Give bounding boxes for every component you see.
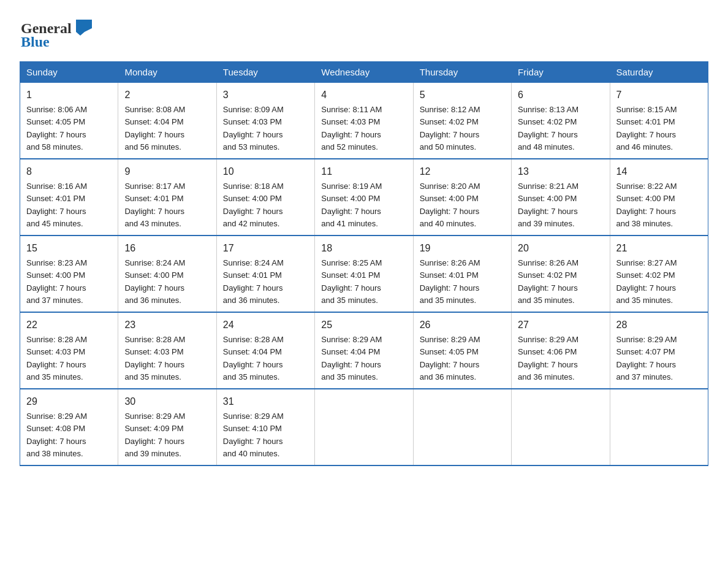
calendar-cell: 17Sunrise: 8:24 AMSunset: 4:01 PMDayligh…	[216, 236, 314, 312]
calendar-cell: 25Sunrise: 8:29 AMSunset: 4:04 PMDayligh…	[315, 312, 413, 389]
day-number: 28	[616, 318, 702, 332]
day-info: Sunrise: 8:25 AMSunset: 4:01 PMDaylight:…	[321, 258, 382, 305]
svg-text:Blue: Blue	[21, 34, 50, 50]
day-info: Sunrise: 8:29 AMSunset: 4:09 PMDaylight:…	[124, 412, 185, 458]
day-number: 5	[420, 88, 505, 102]
day-number: 6	[518, 88, 603, 102]
day-info: Sunrise: 8:09 AMSunset: 4:03 PMDaylight:…	[223, 105, 284, 151]
day-info: Sunrise: 8:06 AMSunset: 4:05 PMDaylight:…	[26, 105, 87, 151]
calendar-cell: 9Sunrise: 8:17 AMSunset: 4:01 PMDaylight…	[118, 159, 216, 236]
header-thursday: Thursday	[413, 62, 511, 83]
day-info: Sunrise: 8:28 AMSunset: 4:04 PMDaylight:…	[223, 335, 284, 381]
day-info: Sunrise: 8:29 AMSunset: 4:06 PMDaylight:…	[518, 335, 578, 381]
day-number: 24	[223, 318, 308, 332]
day-number: 8	[26, 164, 112, 179]
header-wednesday: Wednesday	[315, 62, 413, 83]
calendar-cell: 27Sunrise: 8:29 AMSunset: 4:06 PMDayligh…	[512, 312, 610, 389]
day-info: Sunrise: 8:16 AMSunset: 4:01 PMDaylight:…	[26, 182, 87, 228]
day-info: Sunrise: 8:29 AMSunset: 4:07 PMDaylight:…	[616, 335, 677, 381]
day-number: 30	[124, 394, 210, 409]
calendar-cell: 4Sunrise: 8:11 AMSunset: 4:03 PMDaylight…	[315, 83, 413, 159]
day-info: Sunrise: 8:13 AMSunset: 4:02 PMDaylight:…	[518, 105, 578, 151]
calendar-cell: 24Sunrise: 8:28 AMSunset: 4:04 PMDayligh…	[216, 312, 314, 389]
calendar-cell: 18Sunrise: 8:25 AMSunset: 4:01 PMDayligh…	[315, 236, 413, 312]
calendar-week-row: 29Sunrise: 8:29 AMSunset: 4:08 PMDayligh…	[20, 389, 708, 465]
calendar-table: SundayMondayTuesdayWednesdayThursdayFrid…	[20, 61, 708, 466]
svg-marker-1	[76, 20, 85, 36]
calendar-cell: 26Sunrise: 8:29 AMSunset: 4:05 PMDayligh…	[413, 312, 511, 389]
day-number: 10	[223, 164, 308, 179]
day-info: Sunrise: 8:19 AMSunset: 4:00 PMDaylight:…	[321, 182, 382, 228]
calendar-cell: 21Sunrise: 8:27 AMSunset: 4:02 PMDayligh…	[610, 236, 708, 312]
day-info: Sunrise: 8:26 AMSunset: 4:01 PMDaylight:…	[420, 258, 480, 305]
calendar-cell: 28Sunrise: 8:29 AMSunset: 4:07 PMDayligh…	[610, 312, 708, 389]
day-number: 27	[518, 318, 603, 332]
calendar-cell: 31Sunrise: 8:29 AMSunset: 4:10 PMDayligh…	[216, 389, 314, 465]
day-number: 12	[420, 164, 505, 179]
calendar-cell: 1Sunrise: 8:06 AMSunset: 4:05 PMDaylight…	[20, 83, 118, 159]
day-info: Sunrise: 8:29 AMSunset: 4:08 PMDaylight:…	[26, 412, 87, 458]
day-info: Sunrise: 8:27 AMSunset: 4:02 PMDaylight:…	[616, 258, 677, 305]
logo-image: General Blue	[20, 15, 93, 52]
logo: General Blue	[20, 15, 93, 52]
day-number: 18	[321, 241, 406, 256]
day-info: Sunrise: 8:22 AMSunset: 4:00 PMDaylight:…	[616, 182, 677, 228]
day-info: Sunrise: 8:08 AMSunset: 4:04 PMDaylight:…	[124, 105, 185, 151]
day-number: 29	[26, 394, 112, 409]
day-info: Sunrise: 8:24 AMSunset: 4:00 PMDaylight:…	[124, 258, 185, 305]
day-number: 17	[223, 241, 308, 256]
calendar-cell: 30Sunrise: 8:29 AMSunset: 4:09 PMDayligh…	[118, 389, 216, 465]
calendar-cell: 10Sunrise: 8:18 AMSunset: 4:00 PMDayligh…	[216, 159, 314, 236]
day-number: 13	[518, 164, 603, 179]
header-tuesday: Tuesday	[216, 62, 314, 83]
day-number: 26	[420, 318, 505, 332]
day-info: Sunrise: 8:29 AMSunset: 4:10 PMDaylight:…	[223, 412, 284, 458]
day-number: 31	[223, 394, 308, 409]
calendar-cell: 8Sunrise: 8:16 AMSunset: 4:01 PMDaylight…	[20, 159, 118, 236]
day-info: Sunrise: 8:17 AMSunset: 4:01 PMDaylight:…	[124, 182, 185, 228]
day-number: 11	[321, 164, 406, 179]
day-number: 20	[518, 241, 603, 256]
calendar-cell: 12Sunrise: 8:20 AMSunset: 4:00 PMDayligh…	[413, 159, 511, 236]
day-number: 16	[124, 241, 210, 256]
calendar-cell	[315, 389, 413, 465]
calendar-cell	[610, 389, 708, 465]
header-friday: Friday	[512, 62, 610, 83]
day-info: Sunrise: 8:26 AMSunset: 4:02 PMDaylight:…	[518, 258, 578, 305]
calendar-week-row: 15Sunrise: 8:23 AMSunset: 4:00 PMDayligh…	[20, 236, 708, 312]
calendar-cell: 15Sunrise: 8:23 AMSunset: 4:00 PMDayligh…	[20, 236, 118, 312]
calendar-cell: 6Sunrise: 8:13 AMSunset: 4:02 PMDaylight…	[512, 83, 610, 159]
day-number: 3	[223, 88, 308, 102]
day-number: 2	[124, 88, 210, 102]
day-number: 4	[321, 88, 406, 102]
day-info: Sunrise: 8:11 AMSunset: 4:03 PMDaylight:…	[321, 105, 382, 151]
calendar-header-row: SundayMondayTuesdayWednesdayThursdayFrid…	[20, 62, 708, 83]
day-info: Sunrise: 8:12 AMSunset: 4:02 PMDaylight:…	[420, 105, 480, 151]
calendar-cell: 14Sunrise: 8:22 AMSunset: 4:00 PMDayligh…	[610, 159, 708, 236]
day-info: Sunrise: 8:15 AMSunset: 4:01 PMDaylight:…	[616, 105, 677, 151]
day-info: Sunrise: 8:21 AMSunset: 4:00 PMDaylight:…	[518, 182, 578, 228]
day-number: 25	[321, 318, 406, 332]
calendar-cell: 13Sunrise: 8:21 AMSunset: 4:00 PMDayligh…	[512, 159, 610, 236]
header-sunday: Sunday	[20, 62, 118, 83]
calendar-cell: 20Sunrise: 8:26 AMSunset: 4:02 PMDayligh…	[512, 236, 610, 312]
calendar-week-row: 22Sunrise: 8:28 AMSunset: 4:03 PMDayligh…	[20, 312, 708, 389]
calendar-cell: 19Sunrise: 8:26 AMSunset: 4:01 PMDayligh…	[413, 236, 511, 312]
day-info: Sunrise: 8:28 AMSunset: 4:03 PMDaylight:…	[124, 335, 185, 381]
day-number: 1	[26, 88, 112, 102]
day-number: 7	[616, 88, 702, 102]
day-number: 21	[616, 241, 702, 256]
day-number: 14	[616, 164, 702, 179]
calendar-cell: 16Sunrise: 8:24 AMSunset: 4:00 PMDayligh…	[118, 236, 216, 312]
day-number: 15	[26, 241, 112, 256]
svg-marker-2	[85, 20, 92, 32]
day-info: Sunrise: 8:29 AMSunset: 4:04 PMDaylight:…	[321, 335, 382, 381]
day-info: Sunrise: 8:20 AMSunset: 4:00 PMDaylight:…	[420, 182, 480, 228]
page-header: General Blue	[20, 15, 708, 52]
day-info: Sunrise: 8:24 AMSunset: 4:01 PMDaylight:…	[223, 258, 284, 305]
day-info: Sunrise: 8:23 AMSunset: 4:00 PMDaylight:…	[26, 258, 87, 305]
calendar-cell: 7Sunrise: 8:15 AMSunset: 4:01 PMDaylight…	[610, 83, 708, 159]
calendar-cell: 11Sunrise: 8:19 AMSunset: 4:00 PMDayligh…	[315, 159, 413, 236]
calendar-cell: 29Sunrise: 8:29 AMSunset: 4:08 PMDayligh…	[20, 389, 118, 465]
calendar-cell: 22Sunrise: 8:28 AMSunset: 4:03 PMDayligh…	[20, 312, 118, 389]
